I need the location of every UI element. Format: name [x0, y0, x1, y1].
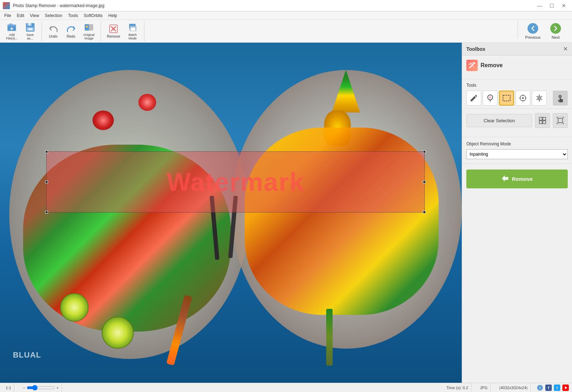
zoom-minus-icon[interactable]: − [23, 386, 25, 390]
remove-action-button[interactable]: Remove [466, 170, 568, 188]
tomato-1 [92, 111, 114, 130]
svg-rect-33 [558, 118, 562, 123]
facebook-button[interactable]: f [545, 384, 552, 391]
minimize-button[interactable]: — [534, 2, 545, 9]
brand-logo: BLUAL [9, 344, 45, 366]
toolbox-header: Toolbox ✕ [462, 43, 572, 55]
window-title: Photo Stamp Remover - watermarked-image.… [13, 3, 531, 8]
brush-tool-button[interactable] [483, 91, 498, 106]
lime-left-1 [60, 293, 89, 322]
zoom-plus-icon[interactable]: + [57, 386, 59, 390]
svg-rect-28 [539, 117, 542, 120]
redo-button[interactable]: Redo [63, 21, 80, 41]
youtube-button[interactable] [562, 384, 569, 391]
remove-section-label: Remove [481, 62, 503, 69]
undo-icon [48, 24, 58, 34]
dimensions-label: (4032x3024x24) [499, 386, 528, 390]
svg-point-23 [522, 97, 524, 99]
remove-icon [108, 24, 118, 34]
remove-toolbar-button[interactable]: Remove [104, 21, 123, 41]
svg-rect-2 [9, 23, 12, 25]
lime-left-2 [102, 317, 134, 349]
save-as-label: Saveas... [26, 33, 34, 40]
canvas-area[interactable]: Watermark BLUAL [0, 43, 462, 383]
stamp-tool-button[interactable] [553, 91, 568, 106]
menu-bar: File Edit View Selection Tools SoftOrbit… [0, 11, 572, 20]
navigation-buttons: Previous Next [518, 21, 569, 41]
previous-button[interactable]: Previous [522, 21, 544, 41]
batch-mode-label: BatchMode [128, 33, 137, 40]
status-icons: i f t [536, 384, 569, 391]
selection-area: Clear Selection [462, 109, 572, 137]
save-as-button[interactable]: Saveas... [22, 21, 39, 41]
dimensions-display: (4032x3024x24) [496, 383, 531, 392]
menu-tools[interactable]: Tools [65, 11, 81, 20]
expand-selection-button[interactable] [535, 113, 550, 128]
undo-button[interactable]: Undo [45, 21, 62, 41]
pencil-tool-button[interactable] [466, 91, 481, 106]
mode-label: Object Removing Mode [466, 141, 568, 146]
original-image-button[interactable]: OriginalImage [80, 21, 98, 41]
mode-section: Object Removing Mode Inpainting Smart Fi… [462, 137, 572, 164]
file-tools-group: AddFile(s)... Saveas... [3, 21, 42, 41]
time-label: Time (s): 0.2 [446, 386, 468, 390]
svg-text:i: i [539, 386, 540, 390]
zoom-control[interactable]: − + [20, 383, 62, 392]
selection-handle-br[interactable] [423, 211, 426, 214]
main-content: Watermark BLUAL Toolbox ✕ Remove [0, 43, 572, 383]
toolbox-close-button[interactable]: ✕ [563, 45, 568, 52]
zoom-display: 1:1 [3, 383, 14, 392]
selection-handle-tr[interactable] [423, 150, 426, 153]
add-files-button[interactable]: AddFile(s)... [3, 21, 21, 41]
svg-line-34 [557, 117, 558, 118]
selection-handle-ml[interactable] [45, 181, 48, 183]
info-button[interactable]: i [536, 384, 544, 391]
remove-section-icon [466, 60, 478, 71]
app-icon [3, 2, 10, 9]
svg-line-36 [557, 123, 558, 124]
svg-point-20 [489, 96, 491, 98]
toolbar: AddFile(s)... Saveas... Undo Redo [0, 20, 572, 43]
selection-handle-tl[interactable] [45, 150, 48, 153]
shrink-selection-button[interactable] [553, 113, 568, 128]
batch-mode-button[interactable]: BatchMode [124, 21, 141, 41]
maximize-button[interactable]: ☐ [546, 2, 557, 9]
svg-rect-30 [539, 121, 542, 124]
redo-label: Redo [67, 34, 75, 38]
edit-tools-group: Undo Redo OriginalImage [45, 21, 101, 41]
menu-view[interactable]: View [27, 11, 42, 20]
menu-selection[interactable]: Selection [42, 11, 65, 20]
pineapple-stem [326, 309, 333, 366]
remove-action-label: Remove [512, 176, 533, 182]
svg-rect-9 [28, 28, 32, 30]
next-button[interactable]: Next [545, 21, 566, 41]
tools-section: Tools [462, 80, 572, 109]
remove-action-icon [501, 174, 509, 183]
rect-select-tool-button[interactable] [499, 91, 514, 106]
previous-icon [528, 23, 538, 34]
close-button[interactable]: ✕ [558, 2, 569, 9]
save-as-icon [25, 22, 35, 32]
selection-handle-mr[interactable] [423, 181, 426, 183]
svg-marker-38 [502, 175, 508, 182]
menu-help[interactable]: Help [106, 11, 120, 20]
svg-rect-18 [131, 27, 136, 31]
remove-section: Remove [462, 55, 572, 80]
selection-handle-bl[interactable] [45, 211, 48, 214]
watermark-selection[interactable]: Watermark [46, 151, 425, 213]
svg-line-37 [562, 123, 564, 124]
zoom-slider[interactable] [27, 385, 55, 391]
original-image-label: OriginalImage [84, 33, 95, 40]
smart-wand-tool-button[interactable] [532, 91, 547, 106]
tools-section-label: Tools [466, 83, 568, 88]
remove-toolbar-label: Remove [107, 34, 120, 38]
selection-buttons: Clear Selection [466, 113, 568, 128]
magic-wand-tool-button[interactable] [515, 91, 530, 106]
clear-selection-button[interactable]: Clear Selection [466, 114, 532, 127]
menu-edit[interactable]: Edit [14, 11, 27, 20]
menu-file[interactable]: File [1, 11, 14, 20]
twitter-button[interactable]: t [554, 384, 561, 391]
mode-select[interactable]: Inpainting Smart Fill Background [466, 149, 568, 159]
format-display: JPG [477, 383, 491, 392]
menu-softorbits[interactable]: SoftOrbits [81, 11, 105, 20]
